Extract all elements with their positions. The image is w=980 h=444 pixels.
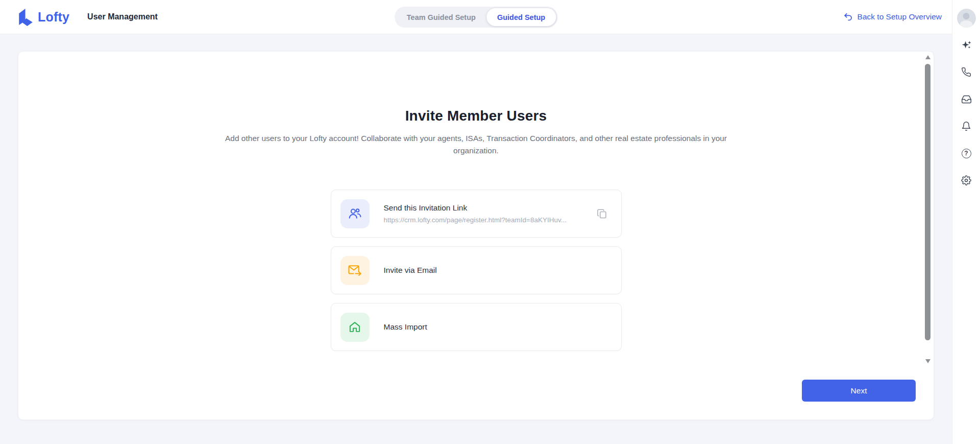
- option-invite-via-email[interactable]: Invite via Email: [331, 246, 622, 294]
- app-root: Lofty User Management Team Guided Setup …: [0, 0, 980, 444]
- scrollbar[interactable]: [924, 54, 931, 364]
- option-title: Invite via Email: [384, 266, 437, 275]
- scroll-up-arrow[interactable]: [925, 55, 930, 59]
- ai-assistant-button[interactable]: [959, 38, 973, 52]
- top-header: Lofty User Management Team Guided Setup …: [0, 0, 952, 34]
- team-members-icon: [340, 199, 370, 228]
- scroll-down-arrow[interactable]: [925, 359, 930, 363]
- back-link-label: Back to Setup Overview: [857, 12, 942, 21]
- setup-mode-toggle: Team Guided Setup Guided Setup: [395, 7, 557, 28]
- house-icon: [340, 313, 370, 342]
- copy-link-button[interactable]: [596, 208, 608, 220]
- help-icon: ?: [962, 149, 971, 158]
- content-area: Invite Member Users Add other users to y…: [0, 34, 952, 444]
- option-text: Send this Invitation Link https://crm.lo…: [384, 203, 567, 224]
- settings-button[interactable]: [959, 173, 973, 188]
- option-mass-import[interactable]: Mass Import: [331, 303, 622, 351]
- tab-guided-setup[interactable]: Guided Setup: [486, 8, 556, 26]
- email-send-icon: [340, 256, 370, 285]
- notifications-button[interactable]: [959, 119, 973, 133]
- undo-icon: [843, 12, 853, 22]
- brand-name: Lofty: [38, 10, 69, 25]
- ai-sparkles-icon: [961, 40, 972, 51]
- lofty-logo-icon: [18, 8, 34, 26]
- page-heading: Invite Member Users: [18, 108, 934, 124]
- option-invitation-link[interactable]: Send this Invitation Link https://crm.lo…: [331, 190, 622, 238]
- option-title: Send this Invitation Link: [384, 203, 567, 213]
- inbox-icon: [961, 94, 972, 105]
- guided-setup-card: Invite Member Users Add other users to y…: [18, 51, 934, 420]
- option-text: Mass Import: [384, 322, 427, 332]
- brand[interactable]: Lofty: [18, 8, 69, 26]
- option-text: Invite via Email: [384, 266, 437, 275]
- page-title: User Management: [87, 12, 158, 21]
- inbox-button[interactable]: [959, 92, 973, 106]
- back-to-setup-overview-link[interactable]: Back to Setup Overview: [843, 12, 942, 22]
- right-rail: ?: [952, 0, 980, 444]
- page-description: Add other users to your Lofty account! C…: [202, 132, 750, 157]
- main-column: Lofty User Management Team Guided Setup …: [0, 0, 952, 444]
- invite-options-list: Send this Invitation Link https://crm.lo…: [331, 190, 622, 351]
- settings-gear-icon: [961, 175, 971, 185]
- copy-icon: [596, 208, 608, 220]
- phone-button[interactable]: [959, 65, 973, 79]
- invitation-link-url: https://crm.lofty.com/page/register.html…: [384, 216, 567, 224]
- avatar-head: [963, 13, 970, 19]
- bell-icon: [961, 121, 971, 131]
- option-title: Mass Import: [384, 322, 427, 332]
- next-button[interactable]: Next: [802, 380, 916, 402]
- scrollbar-thumb[interactable]: [925, 64, 930, 340]
- help-button[interactable]: ?: [959, 146, 973, 160]
- user-avatar[interactable]: [957, 9, 976, 28]
- tab-team-guided-setup[interactable]: Team Guided Setup: [396, 8, 486, 26]
- phone-icon: [961, 67, 971, 77]
- avatar-body: [960, 20, 972, 28]
